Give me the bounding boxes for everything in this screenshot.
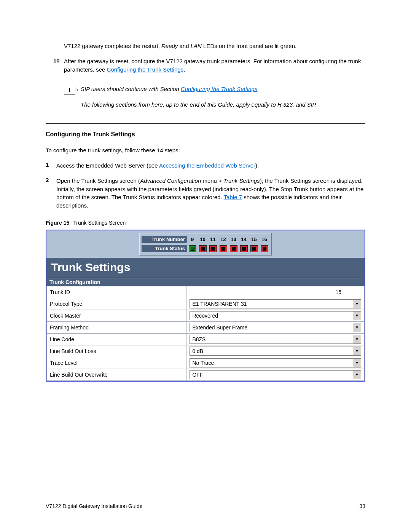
trunk-number-cell: 9: [187, 236, 198, 242]
config-select[interactable]: OFF▼: [190, 370, 361, 379]
chevron-down-icon[interactable]: ▼: [353, 335, 361, 343]
status-led-red-icon: [250, 245, 258, 252]
config-select[interactable]: 0 dB▼: [190, 347, 361, 356]
paragraph-restart: V7122 gateway completes the restart, Rea…: [64, 42, 365, 50]
text: .: [183, 66, 185, 73]
chevron-down-icon[interactable]: ▼: [353, 359, 361, 367]
chevron-down-icon[interactable]: ▼: [353, 323, 361, 332]
table-row: Line CodeB8ZS▼: [47, 333, 365, 345]
step-body: Access the Embedded Web Server (see Acce…: [56, 161, 365, 170]
select-value: OFF: [190, 371, 353, 379]
status-led-green-icon: [189, 245, 196, 252]
config-label: Line Build Out Overwrite: [47, 369, 186, 380]
trunk-settings-screenshot: Trunk Number 910111213141516 Trunk Statu…: [46, 230, 365, 382]
info-glyph: i: [69, 87, 70, 93]
chevron-down-icon[interactable]: ▼: [353, 300, 361, 308]
status-led-red-icon: [230, 245, 237, 252]
trunk-status-cell[interactable]: [239, 244, 249, 253]
link-embedded-web-server[interactable]: Accessing the Embedded Web Server: [159, 162, 255, 169]
trunk-status-cell[interactable]: [259, 244, 269, 253]
trunk-status-cell[interactable]: [249, 244, 259, 253]
config-value-cell: B8ZS▼: [186, 333, 365, 345]
select-value: B8ZS: [190, 335, 353, 343]
config-label: Trace Level: [47, 357, 186, 369]
trunk-status-row: Trunk Status: [142, 244, 269, 253]
table-row: Protocol TypeE1 TRANSPARENT 31▼: [47, 298, 365, 310]
config-select[interactable]: Recovered▼: [190, 311, 361, 320]
text-italic: LAN: [191, 43, 202, 49]
step-number: 1: [46, 161, 56, 170]
trunk-status-cell[interactable]: [187, 244, 198, 253]
status-led-red-icon: [199, 245, 207, 252]
chevron-down-icon[interactable]: ▼: [353, 312, 361, 320]
select-value: Recovered: [190, 312, 353, 320]
trunk-status-panel-area: Trunk Number 910111213141516 Trunk Statu…: [46, 230, 365, 258]
link-configure-trunk-note[interactable]: Configuring the Trunk Settings: [181, 86, 258, 92]
status-led-red-icon: [240, 245, 248, 252]
text: ); the Trunk Settings screen is displaye…: [260, 177, 363, 184]
screenshot-title: Trunk Settings: [46, 258, 365, 278]
page-footer: V7122 Digital Gateway Installation Guide…: [46, 503, 365, 509]
select-value: 0 dB: [190, 347, 353, 355]
trunk-number-row: Trunk Number 910111213141516: [142, 235, 269, 244]
table-row: Framing MethodExtended Super Frame▼: [47, 321, 365, 333]
config-value-cell: E1 TRANSPARENT 31▼: [186, 298, 365, 310]
figure-label: Figure 15: [46, 220, 69, 226]
info-icon: i >: [64, 86, 75, 95]
config-value-cell: Extended Super Frame▼: [186, 321, 365, 333]
footer-title: V7122 Digital Gateway Installation Guide: [46, 503, 142, 509]
config-value-cell: 15: [186, 286, 365, 298]
status-led-red-icon: [209, 245, 217, 252]
chevron-right-icon: >: [76, 87, 79, 93]
trunk-number-cell: 14: [239, 236, 249, 242]
step-10: 10 After the gateway is reset, configure…: [53, 57, 365, 74]
text: ).: [255, 162, 259, 169]
trunk-configuration-header: Trunk Configuration: [46, 278, 365, 286]
text: Access the Embedded Web Server (see: [56, 162, 159, 169]
config-label: Line Build Out Loss: [47, 345, 186, 357]
trunk-status-cell[interactable]: [208, 244, 218, 253]
trunk-panel: Trunk Number 910111213141516 Trunk Statu…: [139, 233, 272, 256]
text: V7122 gateway completes the restart,: [64, 43, 161, 49]
config-label: Protocol Type: [47, 298, 186, 310]
config-select[interactable]: E1 TRANSPARENT 31▼: [190, 299, 361, 308]
figure-title: Trunk Settings Screen: [73, 220, 126, 226]
trunk-number-cell: 12: [218, 236, 228, 242]
select-value: No Trace: [190, 359, 353, 367]
chevron-down-icon[interactable]: ▼: [353, 347, 361, 355]
select-value: E1 TRANSPARENT 31: [190, 300, 353, 308]
step-1: 1 Access the Embedded Web Server (see Ac…: [46, 161, 365, 170]
text: menu >: [201, 177, 223, 184]
config-value-cell: OFF▼: [186, 369, 365, 380]
trunk-number-cells: 910111213141516: [187, 236, 269, 242]
text-italic: Ready: [161, 43, 178, 49]
text-italic: Advanced Configuration: [140, 177, 201, 184]
config-select[interactable]: B8ZS▼: [190, 335, 361, 344]
chevron-down-icon[interactable]: ▼: [353, 371, 361, 379]
config-label: Framing Method: [47, 321, 186, 333]
trunk-status-cells: [187, 244, 269, 253]
table-row: Line Build Out Loss0 dB▼: [47, 345, 365, 357]
trunk-config-table: Trunk ID15Protocol TypeE1 TRANSPARENT 31…: [46, 286, 365, 381]
config-select[interactable]: Extended Super Frame▼: [190, 323, 361, 332]
page-number: 33: [359, 503, 365, 509]
trunk-status-cell[interactable]: [228, 244, 239, 253]
link-table-7[interactable]: Table 7: [224, 194, 242, 200]
config-select[interactable]: No Trace▼: [190, 358, 361, 367]
main-content: V7122 gateway completes the restart, Rea…: [46, 42, 365, 116]
trunk-status-cell[interactable]: [198, 244, 208, 253]
config-value-cell: 0 dB▼: [186, 345, 365, 357]
note-text: SIP users should continue with Section C…: [81, 85, 317, 116]
note-icon-wrap: i >: [64, 85, 81, 116]
step-2: 2 Open the Trunk Settings screen (Advanc…: [46, 177, 365, 210]
table-row: Clock MasterRecovered▼: [47, 310, 365, 321]
trunk-status-cell[interactable]: [218, 244, 228, 253]
step-number: 10: [53, 57, 64, 74]
table-row: Line Build Out OverwriteOFF▼: [47, 369, 365, 380]
text: The following sections from here, up to …: [81, 101, 317, 109]
config-label: Line Code: [47, 333, 186, 345]
config-label: Clock Master: [47, 310, 186, 321]
trunk-number-cell: 11: [208, 236, 218, 242]
link-configure-trunk[interactable]: Configuring the Trunk Settings: [107, 66, 184, 73]
paragraph-intro: To configure the trunk settings, follow …: [46, 146, 365, 155]
